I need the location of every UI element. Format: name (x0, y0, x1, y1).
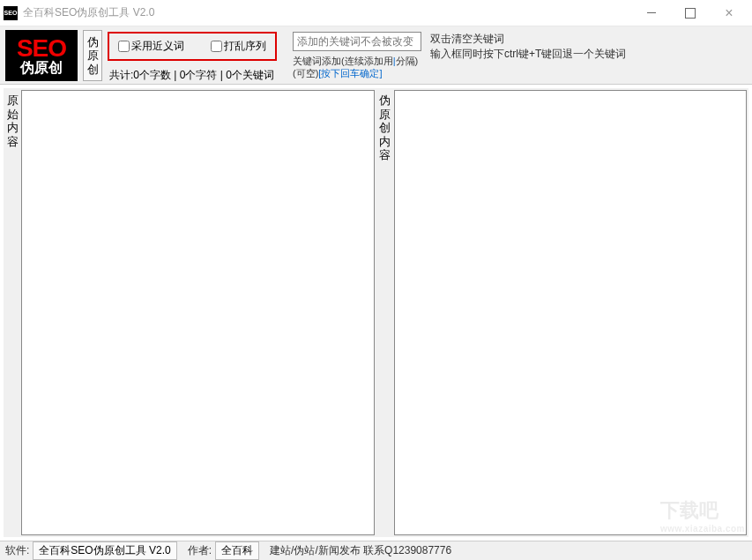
original-textarea[interactable] (21, 90, 375, 535)
toolbar: SEO 伪原创 伪原创 采用近义词 打乱序列 共计:0个字数 | 0个字符 | … (0, 26, 752, 85)
keyword-hint: 关键词添加(连续添加用|分隔)(可空)[按下回车确定] (293, 55, 425, 80)
shuffle-checkbox[interactable]: 打乱序列 (211, 39, 266, 54)
titlebar: SEO 全百科SEO伪原创工具 V2.0 × (0, 0, 752, 26)
author-label: 作者: (188, 543, 212, 558)
keyword-block: 关键词添加(连续添加用|分隔)(可空)[按下回车确定] (293, 30, 425, 80)
hint-block: 双击清空关键词 输入框同时按下ctrl键+T键回退一个关键词 (430, 30, 747, 62)
hint-line1: 双击清空关键词 (430, 32, 747, 47)
statusbar: 软件: 全百科SEO伪原创工具 V2.0 作者: 全百科 建站/伪站/新闻发布 … (0, 541, 752, 560)
app-icon: SEO (4, 6, 18, 20)
logo: SEO 伪原创 (5, 30, 78, 81)
features-text: 建站/伪站/新闻发布 联系Q1239087776 (270, 543, 451, 558)
window-buttons: × (632, 1, 748, 26)
shuffle-label: 打乱序列 (224, 39, 266, 54)
options-block: 采用近义词 打乱序列 共计:0个字数 | 0个字符 | 0个关键词 (108, 30, 277, 83)
logo-big: SEO (17, 36, 66, 61)
close-button[interactable]: × (710, 1, 748, 26)
rewrite-tab[interactable]: 伪原创 (83, 30, 102, 81)
options-row: 采用近义词 打乱序列 (108, 32, 277, 61)
software-label: 软件: (5, 543, 29, 558)
synonym-checkbox-input[interactable] (118, 41, 130, 52)
hint-line2: 输入框同时按下ctrl键+T键回退一个关键词 (430, 47, 747, 62)
stats-text: 共计:0个字数 | 0个字符 | 0个关键词 (108, 68, 277, 83)
author-value: 全百科 (215, 541, 259, 560)
window-title: 全百科SEO伪原创工具 V2.0 (23, 5, 632, 20)
maximize-button[interactable] (671, 1, 710, 26)
original-label: 原始内容 (5, 90, 21, 535)
minimize-button[interactable] (632, 1, 671, 26)
rewrite-textarea[interactable] (394, 90, 748, 535)
synonym-checkbox[interactable]: 采用近义词 (118, 39, 184, 54)
software-value: 全百科SEO伪原创工具 V2.0 (33, 541, 176, 560)
shuffle-checkbox-input[interactable] (211, 41, 222, 52)
keyword-input[interactable] (293, 32, 421, 51)
content-area: 原始内容 伪原创内容 (4, 88, 748, 537)
original-panel: 原始内容 (5, 90, 375, 535)
rewrite-label: 伪原创内容 (378, 90, 394, 535)
synonym-label: 采用近义词 (131, 39, 184, 54)
rewrite-panel: 伪原创内容 (378, 90, 748, 535)
logo-sub: 伪原创 (20, 61, 63, 75)
